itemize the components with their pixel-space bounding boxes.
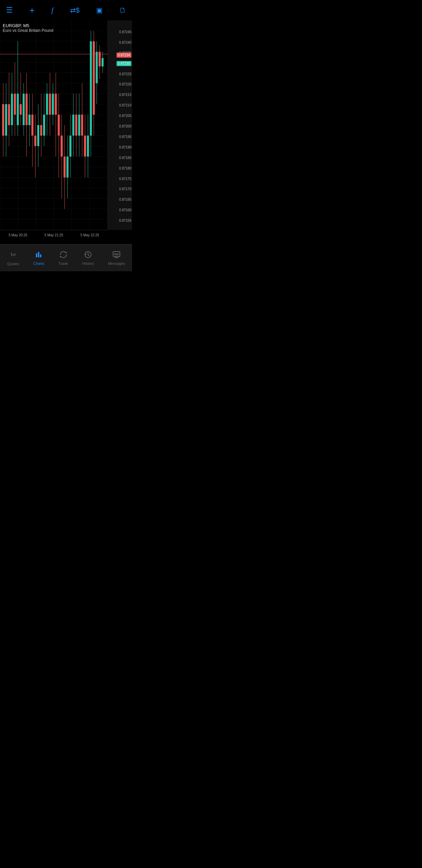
nav-label-trade: Trade bbox=[59, 261, 68, 265]
menu-icon[interactable]: ☰ bbox=[6, 6, 13, 15]
price-badge-teal: 0.87230 bbox=[108, 60, 131, 66]
price-label: 0.87170 bbox=[108, 185, 131, 192]
candlestick-chart[interactable] bbox=[0, 20, 108, 230]
new-chart-icon[interactable]: 🗋 bbox=[119, 6, 126, 14]
price-badge-red: 0.87234 bbox=[108, 52, 131, 58]
nav-item-history[interactable]: History bbox=[78, 248, 98, 268]
layout-icon[interactable]: ▣ bbox=[96, 6, 103, 14]
trade-icon[interactable]: ⇄$ bbox=[70, 6, 80, 14]
price-label: 0.87225 bbox=[108, 71, 131, 77]
price-label: 0.87220 bbox=[108, 81, 131, 87]
price-axis: 0.872450.872400.872350.872340.872300.872… bbox=[108, 20, 132, 230]
top-toolbar: ☰ + f ⇄$ ▣ 🗋 bbox=[0, 0, 132, 20]
price-label: 0.87195 bbox=[108, 133, 131, 139]
price-label: 0.87185 bbox=[108, 154, 131, 160]
nav-label-messages: Messages bbox=[108, 261, 125, 265]
nav-item-trade[interactable]: Trade bbox=[55, 248, 72, 268]
price-label: 0.87200 bbox=[108, 123, 131, 129]
price-label: 0.87245 bbox=[108, 28, 131, 35]
indicator-icon[interactable]: f bbox=[51, 6, 53, 15]
time-axis: 5 May 20:25 5 May 21:25 5 May 22:25 bbox=[0, 230, 108, 240]
time-label-1: 5 May 20:25 bbox=[8, 233, 27, 237]
nav-label-history: History bbox=[82, 261, 94, 265]
trade-icon-nav bbox=[59, 251, 67, 260]
bottom-navigation: Quotes Charts Trade bbox=[0, 244, 132, 271]
messages-icon bbox=[112, 251, 121, 260]
nav-item-messages[interactable]: Messages bbox=[104, 248, 129, 268]
nav-item-quotes[interactable]: Quotes bbox=[3, 248, 23, 269]
svg-rect-4 bbox=[113, 252, 120, 257]
price-label: 0.87240 bbox=[108, 39, 131, 45]
svg-rect-5 bbox=[114, 254, 116, 255]
price-label: 0.87175 bbox=[108, 175, 131, 181]
price-label: 0.87155 bbox=[108, 217, 131, 223]
price-label: 0.87210 bbox=[108, 102, 131, 108]
add-icon[interactable]: + bbox=[29, 5, 35, 16]
price-label: 0.87160 bbox=[108, 206, 131, 213]
nav-item-charts[interactable]: Charts bbox=[29, 248, 48, 268]
history-icon bbox=[84, 251, 92, 260]
time-label-3: 5 May 22:25 bbox=[80, 233, 99, 237]
time-label-2: 5 May 21:25 bbox=[44, 233, 63, 237]
svg-rect-0 bbox=[36, 253, 37, 257]
price-label: 0.87190 bbox=[108, 144, 131, 150]
price-line-red bbox=[0, 54, 108, 54]
svg-rect-2 bbox=[40, 254, 41, 257]
nav-label-quotes: Quotes bbox=[7, 262, 19, 266]
chart-container[interactable]: EURGBP, M5 Euro vs Great Britain Pound 0… bbox=[0, 20, 132, 240]
svg-rect-6 bbox=[117, 254, 119, 255]
price-label: 0.87180 bbox=[108, 165, 131, 171]
quotes-icon bbox=[9, 250, 17, 260]
price-label: 0.87215 bbox=[108, 91, 131, 97]
charts-icon bbox=[35, 251, 43, 260]
nav-label-charts: Charts bbox=[33, 261, 44, 265]
price-label: 0.87165 bbox=[108, 196, 131, 202]
price-label: 0.87205 bbox=[108, 112, 131, 118]
svg-rect-1 bbox=[38, 252, 39, 257]
